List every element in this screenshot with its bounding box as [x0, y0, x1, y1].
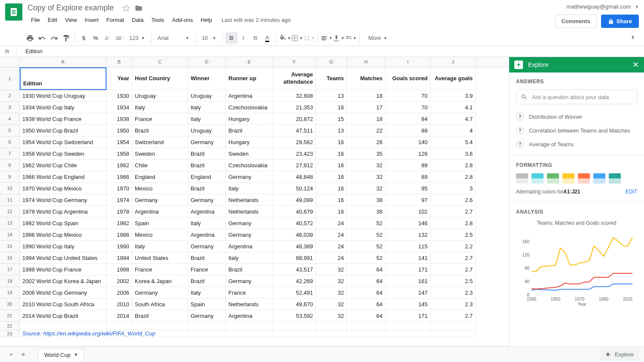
cell[interactable]: 4.1	[431, 102, 476, 113]
cell[interactable]: 3	[431, 183, 476, 194]
cell[interactable]: 48,389	[273, 241, 316, 252]
valign-icon[interactable]: ▼	[333, 32, 345, 44]
cell[interactable]: 5.4	[431, 136, 476, 148]
currency-icon[interactable]: $	[78, 32, 90, 44]
cell[interactable]: Czechoslovakia	[226, 102, 273, 113]
cell[interactable]: 64	[347, 310, 386, 322]
row-header[interactable]: 23	[0, 330, 20, 337]
cell[interactable]	[273, 330, 316, 337]
cell[interactable]: Netherlands	[226, 299, 273, 310]
cell[interactable]	[386, 322, 431, 330]
cell[interactable]: 24	[316, 241, 347, 252]
cell[interactable]: 1966	[106, 171, 132, 183]
cell[interactable]: 16	[316, 136, 347, 148]
cell[interactable]: Netherlands	[226, 206, 273, 217]
cell[interactable]: 1998 World Cup France	[20, 264, 106, 275]
cell[interactable]: Germany	[132, 287, 188, 299]
cell[interactable]: 1974	[106, 194, 132, 206]
cell[interactable]: Hungary	[226, 136, 273, 148]
cell[interactable]: Brazil	[188, 160, 226, 171]
cell[interactable]: 1962 World Cup Chile	[20, 160, 106, 171]
cell[interactable]: 1974 World Cup Germany	[20, 194, 106, 206]
cell[interactable]: 40,572	[273, 217, 316, 229]
cell[interactable]: 48,848	[273, 171, 316, 183]
cell[interactable]: Winner	[188, 67, 226, 90]
cell[interactable]: Germany	[188, 136, 226, 148]
cell[interactable]: 68,991	[273, 252, 316, 264]
cell[interactable]: 2.3	[431, 287, 476, 299]
cell[interactable]: Germany	[132, 194, 188, 206]
cell[interactable]	[347, 322, 386, 330]
col-header-E[interactable]: E	[226, 57, 273, 67]
sheets-logo[interactable]	[5, 3, 22, 21]
cell[interactable]	[188, 330, 226, 337]
row-header[interactable]: 7	[0, 148, 20, 160]
cell[interactable]: Teams	[316, 67, 347, 90]
suggestion-item[interactable]: ?Distribution of Winner	[516, 113, 637, 121]
cell[interactable]: Matches	[347, 67, 386, 90]
col-header-B[interactable]: B	[106, 57, 132, 67]
cell[interactable]: 126	[386, 148, 431, 160]
cell[interactable]: 2.8	[431, 217, 476, 229]
cell[interactable]: 1986	[106, 229, 132, 241]
cell[interactable]: 2.6	[431, 194, 476, 206]
formula-input[interactable]: Edition	[25, 48, 43, 54]
collapse-toolbar-icon[interactable]	[627, 32, 639, 44]
cell[interactable]: Italy	[188, 287, 226, 299]
cell[interactable]: 1990 World Cup Italy	[20, 241, 106, 252]
cell[interactable]: 132	[386, 229, 431, 241]
cell[interactable]: Switzerland	[132, 136, 188, 148]
row-header[interactable]: 3	[0, 102, 20, 113]
cell[interactable]: Runner up	[226, 67, 273, 90]
color-swatch[interactable]	[516, 173, 528, 184]
row-header[interactable]: 1	[0, 67, 20, 90]
cell[interactable]: 22	[347, 125, 386, 136]
cell[interactable]: Argentina	[226, 310, 273, 322]
cell[interactable]: Uruguay	[188, 90, 226, 102]
comments-button[interactable]: Comments	[555, 15, 597, 28]
cell[interactable]: 32	[347, 183, 386, 194]
row-header[interactable]: 14	[0, 229, 20, 241]
col-header-A[interactable]: A	[20, 57, 106, 67]
cell[interactable]: United States	[132, 252, 188, 264]
cell[interactable]: Germany	[226, 275, 273, 287]
edit-link[interactable]: EDIT	[626, 189, 637, 195]
cell[interactable]: Year	[106, 67, 132, 90]
cell[interactable]: 89	[386, 171, 431, 183]
cell[interactable]	[132, 330, 188, 337]
cell[interactable]: 88	[386, 125, 431, 136]
menu-help[interactable]: Help	[197, 15, 216, 25]
row-header[interactable]: 17	[0, 264, 20, 275]
folder-icon[interactable]	[135, 4, 143, 13]
cell[interactable]: 52,491	[273, 287, 316, 299]
cell[interactable]: 49,670	[273, 299, 316, 310]
cell[interactable]: 4.7	[431, 113, 476, 125]
cell[interactable]: 52	[347, 241, 386, 252]
cell[interactable]	[226, 322, 273, 330]
cell[interactable]: Italy	[226, 183, 273, 194]
cell[interactable]: 3.9	[431, 90, 476, 102]
cell[interactable]: 145	[386, 299, 431, 310]
cell[interactable]: Brazil	[188, 252, 226, 264]
cell[interactable]: 115	[386, 241, 431, 252]
cell[interactable]	[431, 322, 476, 330]
explore-fab[interactable]: Explore	[599, 349, 639, 353]
cell[interactable]: 2.7	[431, 310, 476, 322]
cell[interactable]: 24	[316, 252, 347, 264]
cell[interactable]: Argentina	[132, 206, 188, 217]
cell[interactable]: 43,517	[273, 264, 316, 275]
fill-color-icon[interactable]: ▼	[279, 32, 291, 44]
cell[interactable]	[106, 322, 132, 330]
cell[interactable]: Uruguay	[188, 125, 226, 136]
cell[interactable]: 2.7	[431, 252, 476, 264]
cell[interactable]: Sweden	[132, 148, 188, 160]
all-sheets-button[interactable]: ≡	[17, 349, 29, 353]
cell[interactable]: 2.2	[431, 241, 476, 252]
cell[interactable]: 38	[347, 194, 386, 206]
cell[interactable]: 32	[316, 264, 347, 275]
cell[interactable]: Brazil	[188, 183, 226, 194]
cell[interactable]: 147	[386, 287, 431, 299]
cell[interactable]: 26	[347, 136, 386, 148]
cell[interactable]: 64	[347, 287, 386, 299]
cell[interactable]: Average goals	[431, 67, 476, 90]
